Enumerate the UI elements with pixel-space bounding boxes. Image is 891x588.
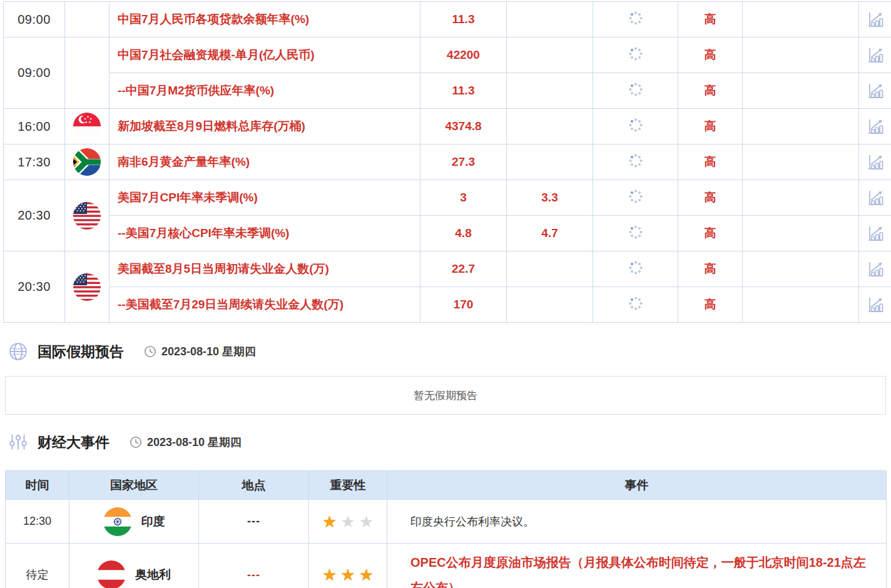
chart-icon	[859, 11, 891, 28]
event-name-cell: --中国7月M2货币供应年率(%)	[109, 73, 420, 109]
flag-cell-empty	[65, 38, 109, 109]
importance-cell: 高	[678, 2, 743, 38]
chart-icon	[859, 225, 891, 242]
holiday-empty-message: 暂无假期预告	[414, 388, 477, 403]
events-date: 2023-08-10 星期四	[130, 435, 242, 450]
loading-spinner-icon	[628, 260, 643, 275]
events-table-header-row: 时间 国家地区 地点 重要性 事件	[6, 471, 887, 500]
time-cell: 09:00	[4, 38, 65, 109]
importance-cell: 高	[678, 109, 743, 144]
importance-cell: 高	[678, 38, 743, 73]
affect-cell	[743, 73, 859, 109]
event-name-cell: 美国截至8月5日当周初请失业金人数(万)	[109, 251, 420, 287]
chart-button[interactable]	[859, 2, 891, 38]
calendar-row: 09:00 中国7月社会融资规模-单月(亿人民币) 42200 高	[4, 38, 891, 73]
actual-value-cell	[593, 109, 678, 144]
country-name: 印度	[141, 514, 165, 530]
event-description-cell: OPEC公布月度原油市场报告（月报具体公布时间待定，一般于北京时间18-21点左…	[387, 544, 887, 588]
holiday-empty-panel: 暂无假期预告	[5, 376, 886, 415]
country-name: 奥地利	[135, 567, 171, 583]
star-filled-icon: ★	[340, 565, 355, 584]
time-cell: 20:30	[4, 180, 65, 251]
chart-icon	[859, 46, 891, 64]
affect-cell	[743, 287, 859, 323]
header-location: 地点	[199, 471, 309, 500]
flag-united-states	[65, 180, 109, 251]
event-location-cell: ---	[199, 544, 309, 588]
previous-value-cell: 4.8	[420, 216, 507, 251]
importance-cell: 高	[678, 251, 743, 287]
chart-button[interactable]	[859, 109, 891, 144]
actual-value-cell	[593, 180, 678, 216]
header-importance: 重要性	[309, 471, 387, 500]
clock-icon	[144, 345, 156, 358]
flag-united-states	[65, 251, 109, 323]
header-time: 时间	[6, 471, 69, 500]
chart-button[interactable]	[859, 73, 891, 109]
loading-spinner-icon	[628, 11, 643, 26]
actual-value-cell	[593, 73, 678, 109]
importance-cell: 高	[678, 144, 743, 180]
sliders-icon	[9, 433, 28, 452]
star-rating: ★★★	[320, 519, 375, 529]
holiday-section-title: 国际假期预告	[38, 342, 124, 362]
event-name-cell: 新加坡截至8月9日燃料总库存(万桶)	[109, 109, 420, 144]
time-cell: 20:30	[4, 251, 65, 323]
clock-icon	[130, 436, 142, 449]
affect-cell	[743, 216, 859, 251]
loading-spinner-icon	[628, 189, 643, 204]
header-country: 国家地区	[69, 471, 199, 500]
header-event: 事件	[387, 471, 887, 500]
forecast-value-cell: 3.3	[507, 180, 593, 216]
loading-spinner-icon	[628, 153, 643, 168]
importance-cell: 高	[678, 73, 743, 109]
event-name-cell: 中国7月人民币各项贷款余额年率(%)	[109, 2, 420, 38]
south-africa-flag-icon	[73, 148, 101, 176]
star-empty-icon: ★	[359, 512, 374, 531]
actual-value-cell	[593, 38, 678, 73]
flag-cell-empty	[65, 2, 109, 38]
event-name-cell: 南非6月黄金产量年率(%)	[109, 144, 420, 180]
time-cell: 16:00	[4, 109, 65, 144]
chart-button[interactable]	[859, 38, 891, 73]
forecast-value-cell	[507, 2, 593, 38]
previous-value-cell: 11.3	[420, 2, 507, 38]
events-section-header: 财经大事件 2023-08-10 星期四	[0, 432, 891, 453]
star-rating: ★★★	[320, 572, 375, 582]
actual-value-cell	[593, 2, 678, 38]
flag-singapore	[65, 109, 109, 144]
chart-button[interactable]	[859, 144, 891, 180]
forecast-value-cell	[507, 144, 593, 180]
forecast-value-cell	[507, 109, 593, 144]
chart-button[interactable]	[859, 180, 891, 216]
star-empty-icon: ★	[340, 512, 355, 531]
forecast-value-cell	[507, 38, 593, 73]
previous-value-cell: 4374.8	[420, 109, 507, 144]
united-states-flag-icon	[73, 273, 101, 301]
event-country-cell: 印度	[69, 500, 199, 544]
event-time-cell: 待定	[6, 544, 69, 588]
chart-icon	[859, 189, 891, 206]
previous-value-cell: 11.3	[420, 73, 507, 109]
event-row: 12:30 印度 --- ★★★ 印度央行公布利率决议。	[6, 500, 887, 544]
event-name-cell: --美国7月核心CPI年率未季调(%)	[109, 216, 420, 251]
calendar-row: --中国7月M2货币供应年率(%) 11.3 高	[4, 73, 891, 109]
forecast-value-cell	[507, 251, 593, 287]
calendar-row: 20:30 美国7月CPI年率未季调(%) 3 3.3 高	[4, 180, 891, 216]
united-states-flag-icon	[73, 202, 101, 230]
affect-cell	[743, 2, 859, 38]
calendar-row: --美国截至7月29日当周续请失业金人数(万) 170 高	[4, 287, 891, 323]
chart-icon	[859, 82, 891, 99]
affect-cell	[743, 144, 859, 180]
chart-button[interactable]	[859, 251, 891, 287]
chart-button[interactable]	[859, 287, 891, 323]
event-text: 印度央行公布利率决议。	[410, 515, 534, 528]
actual-value-cell	[593, 287, 678, 323]
events-section-title: 财经大事件	[38, 433, 109, 452]
event-name-cell: 中国7月社会融资规模-单月(亿人民币)	[109, 38, 420, 73]
importance-cell: 高	[678, 180, 743, 216]
chart-button[interactable]	[859, 216, 891, 251]
time-cell: 09:00	[4, 2, 65, 38]
previous-value-cell: 170	[420, 287, 507, 323]
star-filled-icon: ★	[322, 512, 337, 531]
